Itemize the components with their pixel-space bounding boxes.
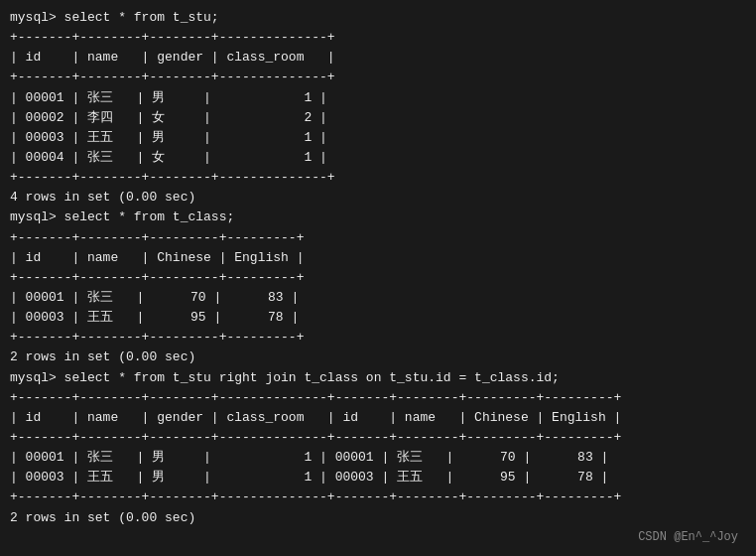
terminal-line: | id | name | gender | class_room | [10, 48, 746, 68]
watermark: CSDN @En^_^Joy [638, 530, 738, 544]
terminal-line: +-------+--------+---------+---------+ [10, 328, 746, 348]
terminal-line: mysql> select * from t_stu right join t_… [10, 368, 746, 388]
terminal-line: | 00001 | 张三 | 男 | 1 | 00001 | 张三 | 70 |… [10, 448, 746, 468]
terminal-line: +-------+--------+--------+-------------… [10, 428, 746, 448]
terminal-line: +-------+--------+---------+---------+ [10, 268, 746, 288]
terminal-line: 2 rows in set (0.00 sec) [10, 508, 746, 528]
terminal-line: +-------+--------+---------+---------+ [10, 228, 746, 248]
terminal-line: | 00003 | 王五 | 男 | 1 | [10, 128, 746, 148]
terminal-output: mysql> select * from t_stu;+-------+----… [10, 8, 746, 528]
terminal-line: mysql> select * from t_class; [10, 208, 746, 227]
terminal-line: +-------+--------+--------+-------------… [10, 68, 746, 87]
terminal-window: mysql> select * from t_stu;+-------+----… [10, 8, 746, 548]
terminal-line: | 00001 | 张三 | 男 | 1 | [10, 88, 746, 108]
terminal-line: | 00002 | 李四 | 女 | 2 | [10, 108, 746, 128]
terminal-line: +-------+--------+--------+-------------… [10, 487, 746, 507]
terminal-line: 2 rows in set (0.00 sec) [10, 348, 746, 367]
terminal-line: +-------+--------+--------+-------------… [10, 388, 746, 408]
terminal-line: | 00001 | 张三 | 70 | 83 | [10, 288, 746, 308]
terminal-line: | id | name | Chinese | English | [10, 248, 746, 268]
terminal-line: | 00003 | 王五 | 95 | 78 | [10, 308, 746, 328]
terminal-line: +-------+--------+--------+-------------… [10, 28, 746, 48]
terminal-line: | 00003 | 王五 | 男 | 1 | 00003 | 王五 | 95 |… [10, 468, 746, 487]
terminal-line: | 00004 | 张三 | 女 | 1 | [10, 148, 746, 168]
terminal-line: mysql> select * from t_stu; [10, 8, 746, 28]
terminal-line: | id | name | gender | class_room | id |… [10, 408, 746, 428]
terminal-line: 4 rows in set (0.00 sec) [10, 188, 746, 208]
terminal-line: +-------+--------+--------+-------------… [10, 168, 746, 188]
